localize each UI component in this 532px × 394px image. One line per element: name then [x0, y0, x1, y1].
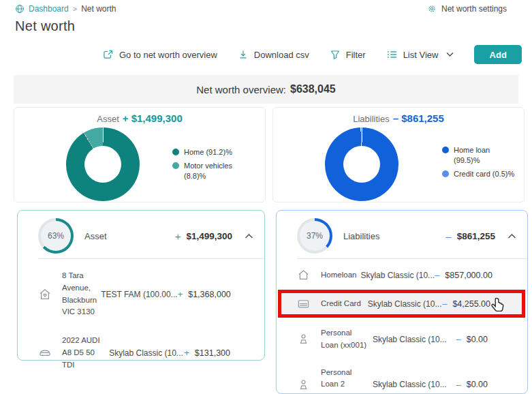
share-icon [102, 49, 114, 61]
legend-dot-home-loan [442, 147, 449, 153]
liabilities-card: 37% Liabilities – $861,255 Homeloan Skyl… [276, 210, 528, 394]
asset-donut-chart[interactable] [66, 127, 140, 201]
legend-item-credit-card: Credit card (0.5)% [442, 169, 514, 179]
settings-label: Net worth settings [441, 4, 507, 14]
liabilities-card-total: – $861,255 [445, 230, 495, 242]
liability-value: – $0.00 [456, 334, 488, 344]
filter-label: Filter [346, 50, 366, 60]
liability-name: Personal Loan (xx001) [321, 327, 369, 352]
list-view-icon [386, 49, 398, 60]
asset-card-title: Asset [84, 231, 107, 241]
liability-row-home-loan[interactable]: Homeloan Skylab Classic (10... – $857,00… [277, 259, 527, 288]
net-worth-page: Dashboard > Net worth Net worth settings… [0, 0, 532, 394]
legend-dot-home [172, 149, 179, 155]
asset-detail: TEST FAM (100.00... [101, 290, 178, 299]
asset-row-property[interactable]: 8 Tara Avenue, Blackburn VIC 3130 TEST F… [18, 259, 264, 325]
liability-detail: Skylab Classic (10... [373, 335, 456, 344]
asset-chart-total: + $1,499,300 [123, 112, 183, 124]
liabilities-percent-circle: 37% [297, 218, 332, 254]
overview-banner-value: $638,045 [290, 83, 336, 95]
liability-value: – $4,255.00 [442, 299, 490, 309]
asset-value: + $131,300 [184, 348, 230, 358]
asset-row-vehicle[interactable]: 2022 AUDI A8 D5 50 TDI Skylab Classic (1… [18, 325, 264, 378]
chevron-up-icon[interactable] [245, 233, 253, 239]
asset-value: + $1,368,000 [178, 289, 231, 299]
toolbar: Go to net worth overview Download csv Fi… [102, 44, 522, 65]
net-worth-overview-banner: Net worth overview: $638,045 [14, 75, 518, 104]
liabilities-card-header[interactable]: 37% Liabilities – $861,255 [277, 211, 527, 254]
chevron-up-icon[interactable] [507, 233, 516, 239]
car-icon [38, 346, 53, 360]
liability-detail: Skylab Classic (10... [360, 271, 435, 280]
add-button[interactable]: Add [474, 45, 522, 64]
list-view-dropdown[interactable]: List View [386, 49, 454, 60]
legend-item-motor-vehicles: Motor vehicles(8.8)% [172, 161, 232, 181]
asset-card-total: + $1,499,300 [175, 230, 232, 242]
gear-icon [427, 4, 437, 14]
legend-dot-motor-vehicles [172, 162, 179, 169]
person-icon [297, 378, 312, 391]
filter-button[interactable]: Filter [330, 49, 366, 60]
liability-detail: Skylab Classic (10... [368, 299, 442, 309]
page-title: Net worth [15, 18, 75, 34]
legend-item-home-loan: Home loan(99.5)% [442, 145, 514, 166]
legend-dot-credit-card [442, 170, 449, 177]
download-csv-button[interactable]: Download csv [238, 49, 309, 60]
liability-name: Credit Card [321, 298, 364, 310]
breadcrumb: Dashboard > Net worth [15, 4, 116, 14]
donut-hole [343, 146, 380, 183]
home-heart-icon [38, 288, 53, 301]
liability-row-personal-loan-1[interactable]: Personal Loan (xx001) Skylab Classic (10… [277, 319, 527, 359]
download-icon [238, 49, 249, 60]
globe-icon [15, 4, 25, 14]
cursor-icon [489, 297, 507, 318]
go-to-overview-label: Go to net worth overview [119, 50, 217, 60]
list-view-label: List View [403, 50, 439, 60]
liabilities-chart-title: Liabilities– $861,255 [273, 112, 524, 124]
liabilities-chart-total: – $861,255 [393, 112, 444, 124]
asset-name: 8 Tara Avenue, Blackburn VIC 3130 [62, 270, 97, 318]
liabilities-donut-chart[interactable] [325, 127, 398, 201]
asset-card-header[interactable]: 63% Asset + $1,499,300 [18, 211, 264, 254]
liability-name: Homeloan [321, 269, 356, 282]
legend-item-home: Home (91.2)% [172, 147, 232, 157]
person-icon [297, 333, 312, 346]
asset-chart-panel: Asset+ $1,499,300 Home (91.2)% Motor veh… [14, 107, 266, 202]
filter-funnel-icon [330, 49, 341, 60]
breadcrumb-dashboard-link[interactable]: Dashboard [29, 4, 69, 14]
liability-name: Personal Loan 2 (xx002) [321, 367, 369, 394]
liability-detail: Skylab Classic (10... [373, 380, 456, 389]
asset-detail: Skylab Classic (10... [109, 348, 184, 358]
asset-percent-circle: 63% [38, 218, 74, 254]
overview-banner-label: Net worth overview: [196, 84, 286, 95]
asset-chart-title: Asset+ $1,499,300 [14, 112, 265, 124]
asset-name: 2022 AUDI A8 D5 50 TDI [62, 335, 105, 371]
liabilities-card-title: Liabilities [343, 231, 379, 241]
liability-row-personal-loan-2[interactable]: Personal Loan 2 (xx002) Skylab Classic (… [277, 359, 527, 394]
liability-value: – $857,000.00 [435, 270, 492, 280]
credit-card-icon [297, 297, 312, 310]
liabilities-chart-panel: Liabilities– $861,255 Home loan(99.5)% C… [272, 107, 525, 202]
liability-row-credit-card[interactable]: Credit Card Skylab Classic (10... – $4,2… [278, 290, 525, 318]
chevron-down-icon [446, 52, 454, 57]
go-to-overview-button[interactable]: Go to net worth overview [102, 49, 217, 61]
breadcrumb-current: Net worth [81, 4, 116, 14]
breadcrumb-separator: > [73, 5, 77, 13]
house-icon [297, 269, 312, 282]
net-worth-settings-link[interactable]: Net worth settings [427, 4, 507, 14]
donut-hole [84, 146, 121, 183]
liability-value: – $0.00 [456, 380, 488, 390]
asset-card: 63% Asset + $1,499,300 8 Tara Avenue, Bl… [17, 210, 265, 361]
download-csv-label: Download csv [254, 50, 309, 60]
asset-legend: Home (91.2)% Motor vehicles(8.8)% [172, 147, 232, 181]
liabilities-legend: Home loan(99.5)% Credit card (0.5)% [442, 145, 514, 179]
